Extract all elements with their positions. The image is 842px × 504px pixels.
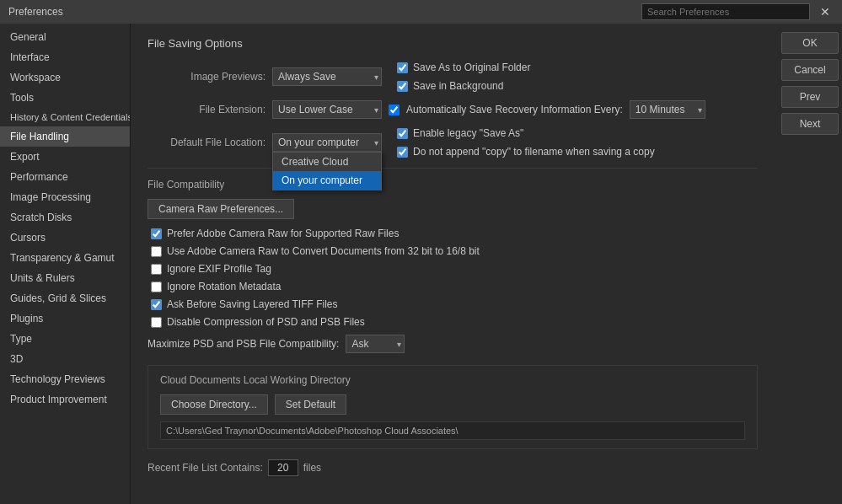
save-in-background-row: Save in Background [397,80,530,92]
right-checks-bottom: Enable legacy "Save As" Do not append "c… [397,127,655,158]
cloud-path: C:\Users\Ged Traynor\Documents\Adobe\Pho… [160,421,745,440]
content-area: File Saving Options Image Previews: Alwa… [131,24,775,504]
sidebar-item-image-processing[interactable]: Image Processing [0,187,130,207]
save-in-background-checkbox[interactable] [397,81,408,92]
right-checks-top: Save As to Original Folder Save in Backg… [397,62,530,92]
enable-legacy-checkbox[interactable] [397,128,408,139]
image-previews-row: Image Previews: Always Save Never Save A… [147,62,758,92]
enable-legacy-row: Enable legacy "Save As" [397,127,655,139]
set-default-button[interactable]: Set Default [275,394,346,415]
dialog-title: Preferences [8,6,63,18]
sidebar-item-history[interactable]: History & Content Credentials [0,108,130,126]
enable-legacy-label: Enable legacy "Save As" [413,127,523,139]
next-button[interactable]: Next [781,113,839,135]
use-adobe-checkbox[interactable] [151,246,162,257]
prev-button[interactable]: Prev [781,86,839,108]
disable-compression-row: Disable Compression of PSD and PSB Files [151,316,758,328]
save-as-original-checkbox[interactable] [397,62,408,73]
compat-checks: Prefer Adobe Camera Raw for Supported Ra… [151,228,758,328]
do-not-append-checkbox[interactable] [397,147,408,158]
ignore-rotation-label: Ignore Rotation Metadata [167,281,281,292]
save-as-original-label: Save As to Original Folder [413,62,530,73]
sidebar-item-tools[interactable]: Tools [0,88,130,108]
recent-input[interactable] [268,459,298,476]
use-adobe-label: Use Adobe Camera Raw to Convert Document… [167,245,480,257]
sidebar-item-plugins[interactable]: Plugins [0,308,130,329]
default-file-location-select[interactable]: On your computer Creative Cloud [272,133,382,152]
ask-before-row: Ask Before Saving Layered TIFF Files [151,298,758,310]
ignore-rotation-checkbox[interactable] [151,281,162,292]
ignore-exif-checkbox[interactable] [151,264,162,275]
disable-compression-label: Disable Compression of PSD and PSB Files [167,316,365,328]
image-previews-select-wrapper: Always Save Never Save Ask When Saving [272,67,382,86]
sidebar-item-cursors[interactable]: Cursors [0,228,130,248]
preferences-dialog: Preferences ✕ General Interface Workspac… [0,0,842,504]
file-compat-title: File Compatibility [147,179,758,190]
recent-suffix: files [303,462,321,474]
sidebar-item-tech-previews[interactable]: Technology Previews [0,369,130,389]
disable-compression-checkbox[interactable] [151,317,162,328]
default-file-location-dropdown: Creative Cloud On your computer [272,152,382,190]
sidebar: General Interface Workspace Tools Histor… [0,24,131,504]
sidebar-item-guides[interactable]: Guides, Grid & Slices [0,288,130,308]
save-in-background-label: Save in Background [413,80,503,92]
file-extension-label: File Extension: [147,104,265,115]
sidebar-item-export[interactable]: Export [0,147,130,167]
sidebar-item-units[interactable]: Units & Rulers [0,268,130,288]
sidebar-item-transparency[interactable]: Transparency & Gamut [0,248,130,268]
maximize-row: Maximize PSD and PSB File Compatibility:… [147,335,758,353]
cloud-title: Cloud Documents Local Working Directory [160,374,745,386]
camera-raw-button[interactable]: Camera Raw Preferences... [147,199,294,219]
maximize-label: Maximize PSD and PSB File Compatibility: [147,338,339,350]
main-content: General Interface Workspace Tools Histor… [0,24,842,504]
search-input[interactable] [641,3,810,20]
ask-before-checkbox[interactable] [151,299,162,310]
recent-row: Recent File List Contains: files [147,459,758,476]
sidebar-item-performance[interactable]: Performance [0,167,130,187]
maximize-select[interactable]: Ask Never Always [346,335,405,353]
auto-save-label: Automatically Save Recovery Information … [406,104,623,115]
sidebar-item-type[interactable]: Type [0,329,130,349]
sidebar-item-file-handling[interactable]: File Handling [0,126,130,147]
title-bar: Preferences ✕ [0,0,842,24]
action-panel: OK Cancel Prev Next [775,24,842,504]
file-extension-row: File Extension: Use Lower Case Use Upper… [147,100,758,119]
ask-before-label: Ask Before Saving Layered TIFF Files [167,298,338,310]
do-not-append-row: Do not append "copy" to filename when sa… [397,146,655,158]
dropdown-item-on-your-computer[interactable]: On your computer [273,171,381,190]
sidebar-item-workspace[interactable]: Workspace [0,67,130,88]
sidebar-item-interface[interactable]: Interface [0,47,130,67]
image-previews-select[interactable]: Always Save Never Save Ask When Saving [272,67,382,86]
close-button[interactable]: ✕ [817,5,834,19]
ignore-exif-row: Ignore EXIF Profile Tag [151,263,758,275]
sidebar-item-general[interactable]: General [0,27,130,47]
default-file-location-row: Default File Location: On your computer … [147,127,758,158]
minutes-select[interactable]: 10 Minutes 1 Minute 5 Minutes 15 Minutes… [630,100,705,119]
cancel-button[interactable]: Cancel [781,59,839,81]
ok-button[interactable]: OK [781,32,839,54]
prefer-adobe-checkbox[interactable] [151,228,162,239]
recent-label: Recent File List Contains: [147,462,263,474]
cloud-btns: Choose Directory... Set Default [160,394,745,415]
default-file-location-select-container: On your computer Creative Cloud Creative… [272,133,382,152]
save-as-original-row: Save As to Original Folder [397,62,530,73]
choose-directory-button[interactable]: Choose Directory... [160,394,268,415]
do-not-append-label: Do not append "copy" to filename when sa… [413,146,655,158]
dropdown-item-creative-cloud[interactable]: Creative Cloud [273,153,381,171]
sidebar-item-product-improvement[interactable]: Product Improvement [0,389,130,410]
use-adobe-row: Use Adobe Camera Raw to Convert Document… [151,245,758,257]
prefer-adobe-row: Prefer Adobe Camera Raw for Supported Ra… [151,228,758,239]
file-saving-title: File Saving Options [147,37,758,50]
ignore-exif-label: Ignore EXIF Profile Tag [167,263,271,275]
file-extension-select[interactable]: Use Lower Case Use Upper Case [272,100,382,119]
default-file-location-label: Default File Location: [147,137,265,148]
image-previews-label: Image Previews: [147,71,265,83]
ignore-rotation-row: Ignore Rotation Metadata [151,281,758,292]
sidebar-item-scratch-disks[interactable]: Scratch Disks [0,207,130,228]
file-extension-select-wrapper: Use Lower Case Use Upper Case [272,100,382,119]
section-divider-1 [147,168,758,169]
sidebar-item-3d[interactable]: 3D [0,349,130,369]
auto-save-outer: Automatically Save Recovery Information … [389,100,705,119]
minutes-select-wrapper: 10 Minutes 1 Minute 5 Minutes 15 Minutes… [630,100,705,119]
auto-save-checkbox[interactable] [389,105,400,115]
